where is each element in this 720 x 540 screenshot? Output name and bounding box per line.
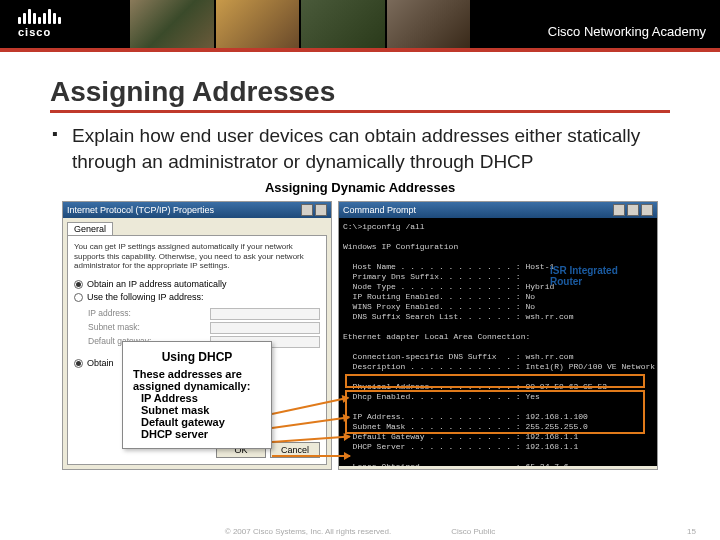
tab-general[interactable]: General [67,222,113,235]
diagram-area: Internet Protocol (TCP/IP) Properties Ge… [50,201,670,470]
callout-item: IP Address [141,392,261,404]
footer: © 2007 Cisco Systems, Inc. All rights re… [0,527,720,536]
callout-item: DHCP server [141,428,261,440]
cmd-titlebar: Command Prompt [339,202,657,218]
academy-label: Cisco Networking Academy [548,24,706,39]
cisco-bars-icon [18,6,61,24]
mask-input[interactable] [210,322,320,334]
radio-manual-label: Use the following IP address: [87,292,203,302]
cisco-logo: cisco [18,6,61,38]
slide-bullet: Explain how end user devices can obtain … [50,123,670,174]
callout-item: Default gateway [141,416,261,428]
callout-line2: assigned dynamically: [133,380,261,392]
radio-obtain-auto[interactable]: Obtain an IP address automatically [74,279,320,289]
callout-item: Subnet mask [141,404,261,416]
radio-icon [74,293,83,302]
arrow-icon [272,455,350,457]
window-buttons [613,204,653,216]
radio-dns-label: Obtain [87,358,114,368]
header-photo-strip [130,0,470,48]
radio-use-following[interactable]: Use the following IP address: [74,292,320,302]
callout-title: Using DHCP [133,350,261,364]
close-icon[interactable] [315,204,327,216]
footer-classification: Cisco Public [451,527,495,536]
ip-label: IP address: [88,308,131,320]
slide-title: Assigning Addresses [50,76,670,113]
footer-copyright: © 2007 Cisco Systems, Inc. All rights re… [225,527,391,536]
footer-page: 15 [687,527,696,536]
cmd-window-title: Command Prompt [343,205,416,215]
slide-subtitle: Assigning Dynamic Addresses [50,180,670,195]
maximize-icon[interactable] [627,204,639,216]
ip-input[interactable] [210,308,320,320]
callout-line1: These addresses are [133,368,261,380]
mask-label: Subnet mask: [88,322,140,334]
minimize-icon[interactable] [613,204,625,216]
window-buttons [301,204,327,216]
radio-icon [74,359,83,368]
tcpip-window-title: Internet Protocol (TCP/IP) Properties [67,205,214,215]
brand-text: cisco [18,26,61,38]
help-icon[interactable] [301,204,313,216]
header-bar: cisco Cisco Networking Academy [0,0,720,48]
highlight-ip-block [345,390,645,434]
isr-annotation: ISR Integrated Router [550,265,640,287]
radio-auto-label: Obtain an IP address automatically [87,279,226,289]
close-icon[interactable] [641,204,653,216]
command-prompt-window: Command Prompt C:\>ipconfig /all Windows… [338,201,658,470]
radio-icon [74,280,83,289]
dhcp-callout: Using DHCP These addresses are assigned … [122,341,272,449]
tcpip-description: You can get IP settings assigned automat… [74,242,320,271]
slide-content: Assigning Addresses Explain how end user… [0,52,720,470]
highlight-dhcp-enabled [345,374,645,388]
tcpip-titlebar: Internet Protocol (TCP/IP) Properties [63,202,331,218]
